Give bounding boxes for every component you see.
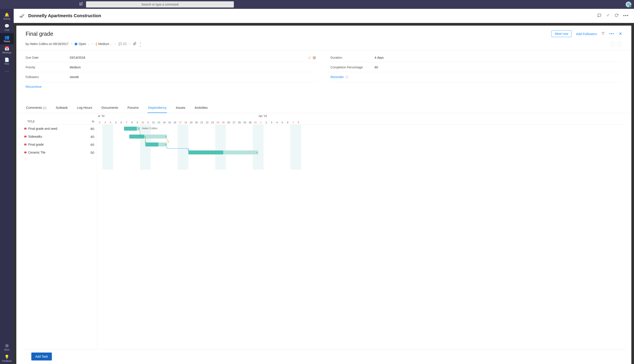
day-cell: 28 xyxy=(237,121,242,124)
gantt-row[interactable]: Sidewalks40 xyxy=(22,132,97,140)
rail-item-feedback[interactable]: 💡Feedback xyxy=(0,353,14,364)
field-reminder[interactable]: Reminder? xyxy=(330,72,622,82)
comments-icon[interactable]: (1) xyxy=(118,42,126,46)
field-followers[interactable]: Followers steveb xyxy=(26,72,317,82)
rail-item-activity[interactable]: 🔔Activity xyxy=(0,10,14,22)
prev-task-button[interactable]: ‹ xyxy=(610,41,615,46)
rail-item-store[interactable]: ⊞Store xyxy=(0,342,14,353)
tab-activities[interactable]: Activities xyxy=(194,102,208,113)
rail-item-teams[interactable]: 👥Teams xyxy=(0,33,14,44)
day-cell: 25 xyxy=(220,121,226,124)
gantt-task-list: TITLE % Final grade and seed80Sidewalks4… xyxy=(22,113,97,349)
tab-comments[interactable]: Comments (1) xyxy=(26,102,47,113)
more-options-icon[interactable]: ••• xyxy=(609,32,614,36)
gantt-bar[interactable]: ▸ xyxy=(188,150,258,154)
top-bar: Search or type a command ZP xyxy=(0,0,634,9)
field-due-date[interactable]: Due Date 03/14/2018 ◁ ▦ xyxy=(26,53,317,62)
close-icon[interactable]: ✕ xyxy=(619,31,622,36)
search-input[interactable]: Search or type a command xyxy=(86,1,234,8)
field-completion[interactable]: Completion Percentage 60 xyxy=(330,62,622,72)
day-cell: 18 xyxy=(183,121,188,124)
clear-date-icon[interactable]: ◁ xyxy=(308,55,310,60)
day-cell: 1 xyxy=(258,121,264,124)
day-cell: 6 xyxy=(285,121,290,124)
gantt-bar[interactable]: ▸ xyxy=(129,134,167,138)
day-cell: 6 xyxy=(118,121,124,124)
next-task-button[interactable]: › xyxy=(617,41,622,46)
day-cell: 11 xyxy=(145,121,151,124)
app-siderail: 🔔Activity💬Chat👥Teams📅Meetings📄Files⋯ ⊞St… xyxy=(0,9,14,364)
compose-icon[interactable] xyxy=(79,2,83,7)
delete-icon[interactable] xyxy=(601,32,605,36)
gantt-bar[interactable]: ▸Helen Collins xyxy=(124,127,140,130)
day-cell: 24 xyxy=(215,121,220,124)
day-cell: 29 xyxy=(242,121,247,124)
day-cell: 31 xyxy=(253,121,258,124)
gantt-timeline[interactable]: ar '18 Apr '18 2345678910111213141516171… xyxy=(97,113,626,349)
day-cell: 10 xyxy=(140,121,145,124)
day-cell: 2 xyxy=(264,121,269,124)
day-cell: 16 xyxy=(172,121,178,124)
refresh-icon[interactable] xyxy=(614,14,618,18)
day-cell: 20 xyxy=(194,121,199,124)
day-cell: 8 xyxy=(129,121,134,124)
day-cell: 21 xyxy=(199,121,204,124)
day-cell: 7 xyxy=(124,121,129,124)
rail-item-meetings[interactable]: 📅Meetings xyxy=(0,44,14,56)
day-cell: 17 xyxy=(178,121,183,124)
day-cell: 4 xyxy=(274,121,280,124)
app-logo-icon xyxy=(19,14,25,18)
attachment-icon[interactable] xyxy=(133,42,136,46)
day-cell: 3 xyxy=(102,121,108,124)
field-recurrence[interactable]: Recurrence xyxy=(26,82,317,92)
day-cell: 9 xyxy=(134,121,140,124)
day-cell: 26 xyxy=(226,121,231,124)
tab-documents[interactable]: Documents xyxy=(101,102,119,113)
meet-now-button[interactable]: Meet now xyxy=(552,30,572,37)
tab-subtask[interactable]: Subtask xyxy=(55,102,68,113)
gantt-row[interactable]: Final grade60 xyxy=(22,140,97,148)
gantt-row[interactable]: Ceramic Tile50 xyxy=(22,148,97,156)
day-cell: 5 xyxy=(113,121,118,124)
gantt-row[interactable]: Final grade and seed80 xyxy=(22,125,97,132)
priority-select[interactable]: Medium ⌄ xyxy=(96,42,112,46)
day-cell: 8 xyxy=(296,121,301,124)
rail-item-files[interactable]: 📄Files xyxy=(0,56,14,67)
day-cell: 13 xyxy=(156,121,162,124)
day-cell: 27 xyxy=(232,121,237,124)
task-title: Final grade xyxy=(26,31,53,37)
day-cell: 2 xyxy=(97,121,102,124)
rail-item-more[interactable]: ⋯ xyxy=(0,67,14,76)
field-priority[interactable]: Priority Medium xyxy=(26,62,317,72)
tab-dependency[interactable]: Dependency xyxy=(148,102,167,113)
page-title: Donnelly Apartments Construction xyxy=(28,13,101,18)
day-cell: 15 xyxy=(167,121,172,124)
help-icon[interactable]: ? xyxy=(345,76,348,79)
calendar-icon[interactable]: ▦ xyxy=(312,55,316,60)
day-cell: 14 xyxy=(162,121,167,124)
day-cell: 5 xyxy=(280,121,285,124)
author-line: by Helen Collins on 09/18/2017 xyxy=(26,42,68,46)
add-task-button[interactable]: Add Task xyxy=(31,352,52,360)
collapse-icon[interactable] xyxy=(606,14,610,18)
user-avatar[interactable]: ZP xyxy=(626,2,631,7)
column-title: TITLE xyxy=(27,120,85,123)
day-cell: 19 xyxy=(188,121,194,124)
tab-forums[interactable]: Forums xyxy=(127,102,139,113)
month-label-left: ar '18 xyxy=(98,114,104,118)
content-header: Donnelly Apartments Construction ••• xyxy=(14,9,634,23)
tab-log-hours[interactable]: Log Hours xyxy=(76,102,93,113)
tab-issues[interactable]: Issues xyxy=(176,102,186,113)
more-icon[interactable]: ••• xyxy=(623,14,629,18)
rail-item-chat[interactable]: 💬Chat xyxy=(0,22,14,33)
add-followers-link[interactable]: Add Followers xyxy=(576,32,597,36)
status-select[interactable]: Open ⌄ xyxy=(75,42,89,46)
day-cell: 23 xyxy=(210,121,215,124)
gantt-bar[interactable]: ▸ xyxy=(145,142,167,146)
day-cell: 12 xyxy=(151,121,156,124)
column-pct: % xyxy=(85,120,94,123)
expand-chevron-icon[interactable]: ⌄⌄ xyxy=(139,40,142,47)
field-duration[interactable]: Duration 4 days xyxy=(330,53,622,62)
day-cell: 7 xyxy=(290,121,296,124)
chat-icon[interactable] xyxy=(598,14,601,18)
